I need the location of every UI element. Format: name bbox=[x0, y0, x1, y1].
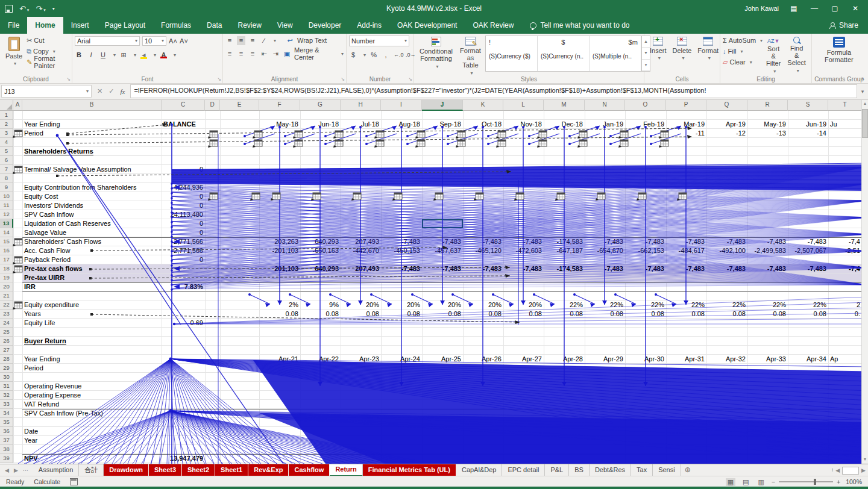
cell-B9[interactable]: Equity Contribution from Shareholders bbox=[22, 183, 162, 192]
cell-G22[interactable]: 9% bbox=[300, 301, 341, 310]
col-header-P[interactable]: P bbox=[666, 99, 706, 111]
row-header-13[interactable]: 13 bbox=[0, 219, 13, 228]
cell-I16[interactable]: -450,153 bbox=[381, 246, 422, 255]
cut-button[interactable]: ✂Cut bbox=[27, 36, 69, 45]
cell-L2[interactable]: Nov-18 bbox=[503, 120, 544, 129]
close-button[interactable]: ✕ bbox=[850, 4, 861, 13]
cell-K22[interactable]: 20% bbox=[463, 301, 503, 310]
cell-C9[interactable]: -4,244,936 bbox=[162, 183, 205, 192]
ribbon-display-options-icon[interactable]: ▤ bbox=[788, 4, 799, 13]
cell-C20[interactable]: 7.83% bbox=[162, 282, 205, 291]
tab-add-ins[interactable]: Add-ins bbox=[349, 17, 389, 34]
cell-S2[interactable]: Jun-19 bbox=[788, 120, 828, 129]
cell-N2[interactable]: Jan-19 bbox=[585, 120, 625, 129]
name-box[interactable]: J13▾ bbox=[1, 85, 92, 98]
zoom-level[interactable]: 100% bbox=[846, 478, 862, 485]
borders-button[interactable]: ⊞ bbox=[119, 51, 128, 60]
cell-I15[interactable]: -7,483 bbox=[381, 237, 422, 246]
cell-R3[interactable]: -13 bbox=[747, 129, 788, 138]
col-header-R[interactable]: R bbox=[747, 99, 788, 111]
clipboard-dialog-launcher[interactable]: ↘ bbox=[66, 76, 71, 82]
tabs-more-icon[interactable]: ⋯ bbox=[23, 467, 28, 473]
cell-C16[interactable]: -2,771,566 bbox=[162, 246, 205, 255]
col-header-A[interactable]: A bbox=[13, 99, 22, 111]
cell-H23[interactable]: 0.08 bbox=[341, 310, 381, 319]
bold-button[interactable]: B bbox=[75, 51, 83, 60]
row-header-22[interactable]: 22 bbox=[0, 301, 13, 310]
row-header-28[interactable]: 28 bbox=[0, 355, 13, 364]
cell-O16[interactable]: -662,153 bbox=[625, 246, 666, 255]
row-header-19[interactable]: 19 bbox=[0, 273, 13, 282]
align-center-button[interactable]: ≡ bbox=[237, 49, 245, 58]
paste-button[interactable]: Paste▾ bbox=[2, 36, 25, 67]
cell-B7[interactable]: Terminal/ Salvage Value Assumption bbox=[22, 165, 162, 174]
cell-O18[interactable]: -7,483 bbox=[625, 264, 666, 273]
row-header-39[interactable]: 39 bbox=[0, 454, 13, 463]
tab-page-layout[interactable]: Page Layout bbox=[97, 17, 153, 34]
row-header-25[interactable]: 25 bbox=[0, 328, 13, 337]
sheet-tab-bs[interactable]: BS bbox=[569, 464, 590, 476]
cell-B11[interactable]: Investors' Dividends bbox=[22, 201, 162, 210]
cell-M23[interactable]: 0.08 bbox=[544, 310, 585, 319]
row-header-5[interactable]: 5 bbox=[0, 147, 13, 156]
tab-review[interactable]: Review bbox=[230, 17, 269, 34]
cell-M28[interactable]: Apr-28 bbox=[544, 355, 585, 364]
row-header-2[interactable]: 2 bbox=[0, 120, 13, 129]
row-header-12[interactable]: 12 bbox=[0, 210, 13, 219]
cell-B36[interactable]: Date bbox=[22, 427, 162, 436]
horizontal-scroll-thumb[interactable] bbox=[842, 467, 859, 475]
cancel-icon[interactable]: ✕ bbox=[97, 87, 102, 95]
find-select-button[interactable]: Find &Select ▾ bbox=[784, 36, 809, 75]
normal-view-icon[interactable]: ▦ bbox=[726, 478, 735, 486]
cell-F15[interactable]: 203,263 bbox=[259, 237, 300, 246]
cell-L15[interactable]: -7,483 bbox=[503, 237, 544, 246]
cell-T2[interactable]: Ju bbox=[828, 120, 862, 129]
cell-K2[interactable]: Oct-18 bbox=[463, 120, 503, 129]
cell-B32[interactable]: Operating Expense bbox=[22, 391, 162, 400]
cell-Q2[interactable]: Apr-19 bbox=[706, 120, 747, 129]
macro-record-icon[interactable] bbox=[70, 478, 78, 485]
hscroll-right-icon[interactable]: ▶ bbox=[861, 467, 866, 473]
col-header-S[interactable]: S bbox=[788, 99, 828, 111]
sheet-tab-tax[interactable]: Tax bbox=[631, 464, 653, 476]
row-header-14[interactable]: 14 bbox=[0, 228, 13, 237]
undo-icon[interactable]: ↶ ▾ bbox=[19, 4, 29, 13]
tabs-scroll-left-icon[interactable]: ◀ bbox=[5, 467, 9, 473]
sheet-tab-epc-detail[interactable]: EPC detail bbox=[502, 464, 545, 476]
alignment-dialog-launcher[interactable]: ↘ bbox=[341, 76, 345, 82]
cell-J23[interactable]: 0.08 bbox=[422, 310, 463, 319]
cell-S3[interactable]: -14 bbox=[788, 129, 828, 138]
cell-style-item[interactable]: $(S)Currency (n.. bbox=[538, 36, 590, 71]
font-family-select[interactable]: Arial▾ bbox=[75, 36, 140, 46]
col-header-J[interactable]: J bbox=[422, 99, 463, 111]
cell-K28[interactable]: Apr-26 bbox=[463, 355, 503, 364]
cell-B12[interactable]: SPV Cash Inflow bbox=[22, 210, 162, 219]
cell-C15[interactable]: -2,771,566 bbox=[162, 237, 205, 246]
cell-F22[interactable]: 2% bbox=[259, 301, 300, 310]
col-header-E[interactable]: E bbox=[220, 99, 259, 111]
row-header-38[interactable]: 38 bbox=[0, 445, 13, 454]
conditional-formatting-button[interactable]: ConditionalFormatting ▾ bbox=[417, 36, 456, 77]
cell-B10[interactable]: Equity Cost bbox=[22, 192, 162, 201]
col-header-Q[interactable]: Q bbox=[706, 99, 747, 111]
cell-J22[interactable]: 20% bbox=[422, 301, 463, 310]
cell-J15[interactable]: -7,483 bbox=[422, 237, 463, 246]
sheet-tab-financial-metrics-tab-ul-[interactable]: Financial Metrics Tab (UL) bbox=[363, 464, 456, 476]
tab-home[interactable]: Home bbox=[27, 17, 63, 34]
row-header-31[interactable]: 31 bbox=[0, 382, 13, 391]
page-layout-view-icon[interactable]: ▤ bbox=[741, 478, 750, 486]
cell-B18[interactable]: Pre-tax cash flows bbox=[22, 264, 162, 273]
cell-Q23[interactable]: 0.08 bbox=[706, 310, 747, 319]
wrap-text-button[interactable]: Wrap Text bbox=[297, 37, 327, 44]
tab-insert[interactable]: Insert bbox=[63, 17, 97, 34]
middle-align-button[interactable]: ≡ bbox=[237, 36, 245, 45]
calculate-status[interactable]: Calculate bbox=[34, 478, 60, 485]
row-header-8[interactable]: 8 bbox=[0, 174, 13, 183]
cell-N23[interactable]: 0.08 bbox=[585, 310, 625, 319]
restore-button[interactable]: ▢ bbox=[829, 4, 840, 13]
col-header-M[interactable]: M bbox=[544, 99, 585, 111]
cell-T15[interactable]: -7,4 bbox=[828, 237, 862, 246]
row-header-37[interactable]: 37 bbox=[0, 436, 13, 445]
cell-B34[interactable]: SPV Cash Inflow (Pre-Tax) bbox=[22, 409, 162, 418]
col-header-T[interactable]: T bbox=[828, 99, 862, 111]
